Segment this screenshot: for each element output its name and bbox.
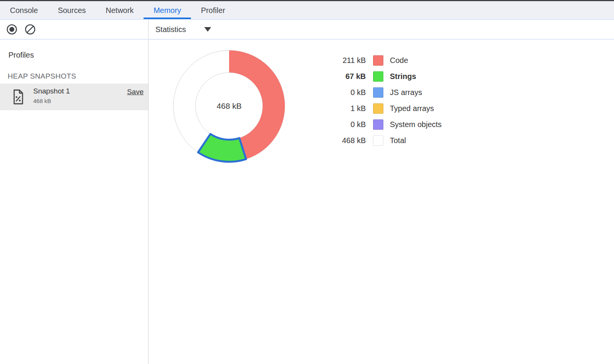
heap-statistics-donut-chart: 468 kB (170, 47, 288, 165)
legend-value: 211 kB (333, 56, 366, 65)
tab-profiler[interactable]: Profiler (191, 1, 235, 19)
legend-row-typed-arrays[interactable]: 1 kBTyped arrays (333, 100, 442, 116)
view-toolbar: Statistics (149, 20, 614, 39)
legend-label: JS arrays (390, 88, 422, 97)
legend-label: System objects (390, 120, 442, 129)
legend-value: 0 kB (333, 120, 366, 129)
legend-swatch-typed-arrays-icon (373, 103, 383, 114)
legend-value: 67 kB (333, 72, 366, 81)
heap-snapshot-icon (11, 89, 24, 105)
heap-snapshots-section-header: HEAP SNAPSHOTS (8, 72, 148, 81)
heap-statistics-legend: 211 kBCode67 kBStrings0 kBJS arrays1 kBT… (333, 52, 442, 148)
statistics-view: 468 kB 211 kBCode67 kBStrings0 kBJS arra… (149, 40, 614, 364)
donut-segment-strings[interactable] (198, 134, 246, 162)
record-heap-snapshot-button[interactable] (6, 24, 18, 35)
memory-toolbar: Statistics (0, 20, 614, 40)
legend-row-code[interactable]: 211 kBCode (333, 52, 442, 68)
profiles-toolbar (0, 20, 149, 39)
legend-value: 0 kB (333, 88, 366, 97)
tab-network[interactable]: Network (96, 1, 144, 19)
snapshot-name: Snapshot 1 (33, 87, 70, 95)
perspective-select-value: Statistics (155, 25, 186, 34)
snapshot-size: 468 kB (33, 98, 51, 104)
perspective-select[interactable]: Statistics (155, 25, 211, 34)
donut-center-total: 468 kB (217, 101, 241, 110)
legend-swatch-strings-icon (373, 71, 383, 82)
legend-swatch-js-arrays-icon (373, 87, 383, 98)
tab-sources[interactable]: Sources (48, 1, 95, 19)
chevron-down-icon (204, 27, 211, 32)
legend-value: 468 kB (333, 136, 366, 145)
clear-profiles-button[interactable] (24, 24, 36, 35)
clear-icon (24, 24, 36, 35)
legend-swatch-system-objects-icon (373, 119, 383, 130)
legend-label: Code (390, 56, 408, 65)
sidebar-item-snapshot-1[interactable]: Snapshot 1 468 kB Save (0, 84, 148, 110)
devtools-memory-panel: Console Sources Network Memory Profiler (0, 0, 614, 364)
legend-swatch-code-icon (373, 55, 383, 66)
sidebar-title: Profiles (8, 50, 148, 60)
legend-row-js-arrays[interactable]: 0 kBJS arrays (333, 84, 442, 100)
devtools-tab-bar: Console Sources Network Memory Profiler (0, 1, 614, 20)
legend-row-system-objects[interactable]: 0 kBSystem objects (333, 116, 442, 132)
legend-label: Strings (390, 72, 416, 81)
tab-memory[interactable]: Memory (144, 1, 191, 19)
legend-swatch-total-icon (373, 135, 383, 146)
record-icon (6, 24, 18, 35)
tab-console[interactable]: Console (0, 1, 48, 19)
panel-content: Profiles HEAP SNAPSHOTS Snapshot 1 468 k… (0, 40, 614, 364)
legend-label: Total (390, 136, 406, 145)
legend-value: 1 kB (333, 104, 366, 113)
legend-row-strings[interactable]: 67 kBStrings (333, 68, 442, 84)
legend-label: Typed arrays (390, 104, 434, 113)
profiles-sidebar: Profiles HEAP SNAPSHOTS Snapshot 1 468 k… (0, 40, 149, 364)
save-snapshot-link[interactable]: Save (127, 88, 144, 96)
legend-row-total[interactable]: 468 kBTotal (333, 132, 442, 148)
